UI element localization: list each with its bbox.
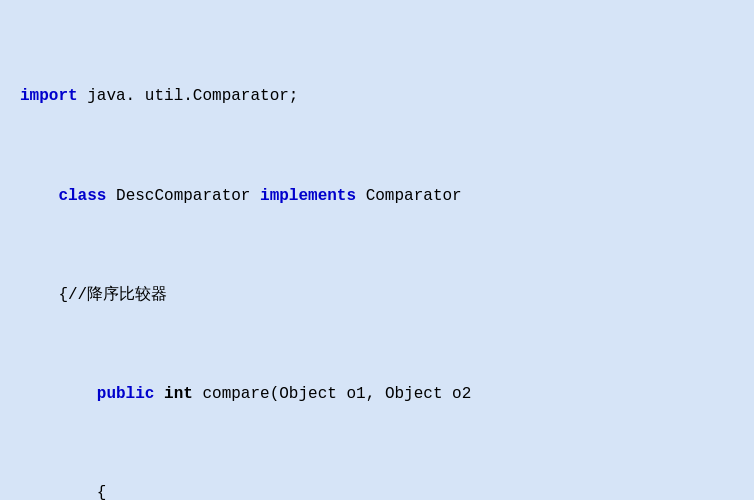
keyword-int: int	[164, 385, 193, 403]
keyword-class: class	[58, 187, 106, 205]
main-container: import java. util.Comparator; class Desc…	[0, 0, 754, 500]
comment-desc: //降序比较器	[68, 286, 167, 304]
keyword-implements: implements	[260, 187, 356, 205]
code-line-1: import java. util.Comparator;	[20, 84, 734, 109]
keyword-public: public	[97, 385, 155, 403]
code-text: java. util.Comparator;	[78, 87, 299, 105]
keyword-import: import	[20, 87, 78, 105]
code-line-2: class DescComparator implements Comparat…	[20, 184, 734, 209]
code-line-5: {	[20, 481, 734, 500]
code-section: import java. util.Comparator; class Desc…	[0, 0, 754, 500]
code-line-4: public int compare(Object o1, Object o2	[20, 382, 734, 407]
code-block: import java. util.Comparator; class Desc…	[20, 10, 734, 500]
code-line-3: {//降序比较器	[20, 283, 734, 308]
